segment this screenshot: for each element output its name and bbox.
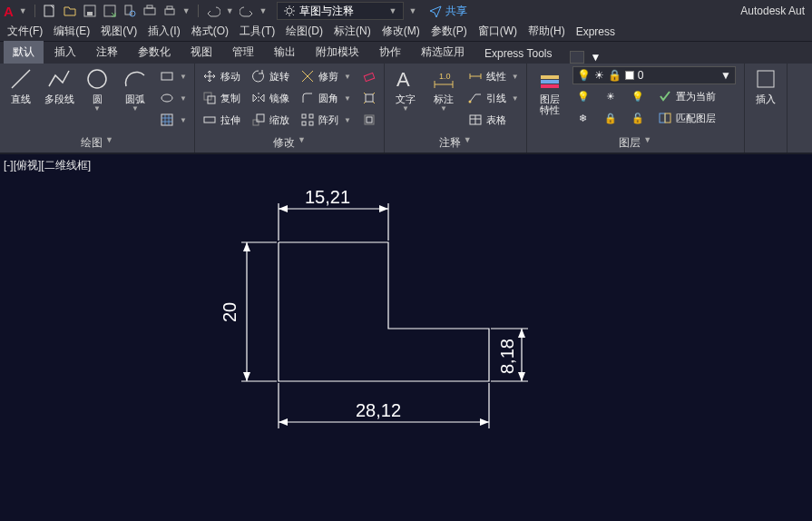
tab-express[interactable]: Express Tools xyxy=(475,44,561,64)
tab-view[interactable]: 视图 xyxy=(181,41,221,64)
open-icon[interactable] xyxy=(63,4,77,18)
scale-button[interactable]: 缩放 xyxy=(248,110,293,130)
rotate-button[interactable]: 旋转 xyxy=(248,66,293,86)
layer-combo[interactable]: 💡 ☀ 🔒 0 ▼ xyxy=(572,66,736,84)
mirror-button[interactable]: 镜像 xyxy=(248,88,293,108)
tab-parametric[interactable]: 参数化 xyxy=(129,41,180,64)
line-button[interactable]: 直线 xyxy=(4,66,38,133)
svg-rect-8 xyxy=(165,9,174,15)
circle-button[interactable]: 圆 ▼ xyxy=(80,66,114,133)
tab-addins[interactable]: 附加模块 xyxy=(307,41,368,64)
menu-edit[interactable]: 编辑(E) xyxy=(54,24,90,39)
print-dropdown[interactable]: ▼ xyxy=(182,6,191,15)
workspace-label: 草图与注释 xyxy=(299,4,354,19)
ribbon-minimize[interactable]: ▼ xyxy=(590,51,601,64)
layer-properties-button[interactable]: 图层 特性 xyxy=(531,66,569,133)
layer-on-button[interactable]: 💡 xyxy=(627,86,649,106)
menu-file[interactable]: 文件(F) xyxy=(7,24,43,39)
drawing-canvas[interactable]: [-][俯视][二维线框] 15,21 20 xyxy=(0,154,812,521)
svg-rect-20 xyxy=(257,114,264,122)
svg-rect-41 xyxy=(541,75,559,79)
svg-rect-45 xyxy=(665,113,670,123)
dimension-button[interactable]: 1.0 标注 ▼ xyxy=(426,66,461,133)
make-current-button[interactable]: 置为当前 xyxy=(654,86,719,106)
svg-marker-49 xyxy=(379,205,388,212)
fillet-button[interactable]: 圆角▼ xyxy=(297,88,355,108)
rectangle-button[interactable]: ▼ xyxy=(156,66,191,86)
tab-default[interactable]: 默认 xyxy=(4,41,44,64)
menu-draw[interactable]: 绘图(D) xyxy=(286,24,323,39)
app-title: Autodesk Aut xyxy=(740,5,808,17)
svg-line-11 xyxy=(12,70,30,88)
trim-button[interactable]: 修剪▼ xyxy=(297,66,355,86)
undo-icon[interactable] xyxy=(206,4,220,18)
layer-lock-button[interactable]: 🔒 xyxy=(600,108,621,128)
arc-button[interactable]: 圆弧 ▼ xyxy=(118,66,152,133)
leader-button[interactable]: 引线▼ xyxy=(465,88,523,108)
text-button[interactable]: A 文字 ▼ xyxy=(388,66,423,133)
menu-format[interactable]: 格式(O) xyxy=(191,24,229,39)
polyline-button[interactable]: 多段线 xyxy=(42,66,76,133)
copy-button[interactable]: 复制 xyxy=(199,88,244,108)
linear-button[interactable]: 线性▼ xyxy=(465,66,523,86)
undo-dropdown[interactable]: ▼ xyxy=(226,6,234,15)
move-button[interactable]: 移动 xyxy=(199,66,244,86)
svg-rect-23 xyxy=(302,122,306,125)
layer-freeze-button[interactable]: ❄ xyxy=(572,108,594,128)
workspace-selector[interactable]: 草图与注释 ▼ xyxy=(277,2,404,20)
share-button[interactable]: 共享 xyxy=(429,4,467,19)
redo-dropdown[interactable]: ▼ xyxy=(259,6,268,15)
svg-rect-9 xyxy=(167,6,172,9)
panel-label-annotation: 注释 xyxy=(439,135,461,151)
explode-button[interactable] xyxy=(358,88,380,108)
match-layer-button[interactable]: 匹配图层 xyxy=(654,108,719,128)
menu-help[interactable]: 帮助(H) xyxy=(528,24,565,39)
insert-button[interactable]: 插入 xyxy=(748,66,783,149)
erase-button[interactable] xyxy=(358,66,380,86)
layer-current-name: 0 xyxy=(638,69,644,82)
svg-rect-7 xyxy=(147,5,152,8)
new-icon[interactable] xyxy=(43,4,57,18)
menu-tools[interactable]: 工具(T) xyxy=(240,24,275,39)
stretch-button[interactable]: 拉伸 xyxy=(199,110,244,130)
chevron-down-icon: ▼ xyxy=(720,69,731,82)
menu-param[interactable]: 参数(P) xyxy=(431,24,467,39)
menu-dimension[interactable]: 标注(N) xyxy=(334,24,371,39)
tab-featured[interactable]: 精选应用 xyxy=(412,41,474,64)
panel-label-modify: 修改 xyxy=(273,135,295,151)
tab-manage[interactable]: 管理 xyxy=(223,41,263,64)
table-button[interactable]: 表格 xyxy=(465,110,523,130)
saveas-icon[interactable] xyxy=(103,4,117,18)
menu-express[interactable]: Express xyxy=(576,25,615,38)
ribbon-extra-1[interactable] xyxy=(570,51,584,64)
tab-output[interactable]: 输出 xyxy=(265,41,305,64)
menu-insert[interactable]: 插入(I) xyxy=(148,24,180,39)
tab-insert[interactable]: 插入 xyxy=(45,41,85,64)
svg-rect-26 xyxy=(366,94,373,102)
app-menu-dropdown[interactable]: ▼ xyxy=(19,6,27,15)
menu-bar: 文件(F) 编辑(E) 视图(V) 插入(I) 格式(O) 工具(T) 绘图(D… xyxy=(0,22,812,42)
tab-annotate[interactable]: 注释 xyxy=(87,41,127,64)
save-icon[interactable] xyxy=(83,4,97,18)
ellipse-button[interactable]: ▼ xyxy=(156,88,191,108)
layer-off-button[interactable]: 💡 xyxy=(572,86,594,106)
share-label: 共享 xyxy=(445,4,467,19)
menu-modify[interactable]: 修改(M) xyxy=(382,24,420,39)
menu-view[interactable]: 视图(V) xyxy=(101,24,137,39)
bulb-icon: 💡 xyxy=(577,69,591,82)
dim-top: 15,21 xyxy=(279,187,388,241)
redo-icon[interactable] xyxy=(240,4,254,18)
sun-icon: ☀ xyxy=(594,69,604,82)
layer-iso-button[interactable]: ☀ xyxy=(600,86,621,106)
web-icon[interactable] xyxy=(122,4,137,18)
tab-collab[interactable]: 协作 xyxy=(370,41,410,64)
hatch-button[interactable]: ▼ xyxy=(156,110,191,130)
layer-unlock-button[interactable]: 🔓 xyxy=(627,108,649,128)
menu-window[interactable]: 窗口(W) xyxy=(478,24,517,39)
offset-button[interactable] xyxy=(358,110,380,130)
array-button[interactable]: 阵列▼ xyxy=(297,110,355,130)
print-icon[interactable] xyxy=(162,4,177,18)
plot-icon[interactable] xyxy=(142,4,157,18)
qat-customize-dropdown[interactable]: ▼ xyxy=(409,6,417,15)
panel-draw: 直线 多段线 圆 ▼ 圆弧 ▼ ▼ ▼ ▼ 绘图▼ xyxy=(0,64,195,152)
